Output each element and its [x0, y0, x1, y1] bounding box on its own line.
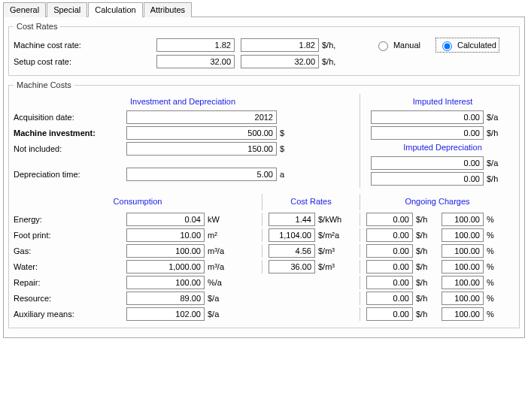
imputed-interest-h-input[interactable] [371, 126, 484, 140]
consumption-value-input[interactable] [126, 276, 205, 289]
ongoing-charge-pct-unit: % [487, 294, 496, 303]
ongoing-charge-pct-input[interactable] [442, 213, 484, 226]
cost-rate-input[interactable] [269, 244, 315, 258]
ongoing-charge-pct-unit: % [487, 215, 496, 224]
tab-calculation[interactable]: Calculation [88, 2, 142, 17]
imputed-interest-h-unit: $/h [487, 128, 514, 137]
ongoing-charge-unit: $/h [416, 246, 435, 255]
imputed-dep-h-unit: $/h [487, 174, 514, 183]
setup-cost-rate-input-1[interactable] [156, 55, 235, 68]
tab-attributes[interactable]: Attributes [144, 2, 192, 17]
cost-rate-unit: $/m³ [318, 246, 345, 255]
ongoing-charge-pct-unit: % [487, 262, 496, 271]
tab-general[interactable]: General [3, 2, 46, 17]
consumption-unit: %/a [208, 278, 235, 287]
ongoing-charges-head: Ongoing Charges [360, 197, 514, 206]
ongoing-charge-unit: $/h [416, 262, 435, 271]
cost-rates-legend: Cost Rates [14, 22, 60, 31]
tab-special[interactable]: Special [47, 2, 87, 17]
depreciation-time-input[interactable] [126, 168, 277, 181]
radio-manual-input[interactable] [378, 41, 388, 51]
ongoing-charge-pct-input[interactable] [442, 292, 484, 305]
cost-rates-head: Cost Rates [262, 197, 360, 206]
imputed-dep-a-input[interactable] [371, 156, 484, 170]
ongoing-charge-unit: $/h [416, 278, 435, 287]
radio-manual[interactable]: Manual [375, 39, 420, 51]
machine-investment-label: Machine investment: [14, 128, 126, 137]
imputed-dep-h-input[interactable] [371, 172, 484, 186]
ongoing-charge-unit: $/h [416, 294, 435, 303]
imputed-interest-head: Imputed Interest [371, 97, 514, 106]
ongoing-charge-input[interactable] [366, 244, 413, 258]
consumption-label: Energy: [14, 215, 126, 224]
imputed-dep-head: Imputed Depreciation [371, 143, 514, 152]
consumption-row: Resource:$/a$/h% [14, 292, 514, 305]
consumption-unit: m² [208, 231, 235, 240]
not-included-input[interactable] [126, 142, 277, 156]
consumption-value-input[interactable] [126, 307, 205, 321]
consumption-label: Gas: [14, 246, 126, 255]
ongoing-charge-pct-unit: % [487, 231, 496, 240]
ongoing-charge-pct-input[interactable] [442, 307, 484, 321]
ongoing-charge-input[interactable] [366, 260, 413, 273]
consumption-label: Water: [14, 262, 126, 271]
acquisition-date-input[interactable] [126, 110, 277, 124]
depreciation-time-label: Depreciation time: [14, 170, 126, 179]
consumption-label: Foot print: [14, 231, 126, 240]
consumption-value-input[interactable] [126, 260, 205, 273]
ongoing-charge-input[interactable] [366, 276, 413, 289]
cost-rate-input[interactable] [269, 260, 315, 273]
consumption-value-input[interactable] [126, 292, 205, 305]
investment-head: Investment and Depreciation [14, 97, 352, 106]
ongoing-charge-input[interactable] [366, 307, 413, 321]
ongoing-charge-input[interactable] [366, 213, 413, 226]
cost-rate-input[interactable] [269, 228, 315, 242]
machine-costs-group: Machine Costs Investment and Depreciatio… [8, 80, 520, 328]
cost-rate-unit: $/m³ [318, 262, 345, 271]
consumption-unit: $/a [208, 310, 235, 319]
radio-calculated[interactable]: Calculated [435, 38, 499, 53]
ongoing-charge-pct-input[interactable] [442, 228, 484, 242]
consumption-value-input[interactable] [126, 228, 205, 242]
ongoing-charge-pct-unit: % [487, 278, 496, 287]
ongoing-charge-pct-input[interactable] [442, 244, 484, 258]
radio-calculated-input[interactable] [442, 41, 452, 51]
consumption-label: Auxiliary means: [14, 310, 126, 319]
ongoing-charge-input[interactable] [366, 292, 413, 305]
consumption-label: Repair: [14, 278, 126, 287]
ongoing-charge-unit: $/h [416, 310, 435, 319]
consumption-unit: m³/a [208, 262, 235, 271]
machine-cost-rate-unit: $/h, [322, 41, 349, 50]
cost-rate-unit: $/kWh [318, 215, 345, 224]
tab-strip: General Special Calculation Attributes [0, 0, 528, 17]
consumption-row: Water:m³/a$/m³$/h% [14, 260, 514, 273]
machine-cost-rate-input-1[interactable] [156, 38, 235, 52]
machine-investment-unit: $ [280, 128, 307, 137]
consumption-value-input[interactable] [126, 244, 205, 258]
consumption-row: Auxiliary means:$/a$/h% [14, 307, 514, 321]
radio-manual-label: Manual [393, 41, 420, 50]
consumption-unit: $/a [208, 294, 235, 303]
not-included-unit: $ [280, 144, 307, 153]
ongoing-charge-input[interactable] [366, 228, 413, 242]
machine-cost-rate-label: Machine cost rate: [14, 41, 126, 50]
setup-cost-rate-label: Setup cost rate: [14, 57, 126, 66]
machine-cost-rate-input-2[interactable] [241, 38, 319, 52]
consumption-head: Consumption [14, 197, 262, 206]
imputed-interest-a-unit: $/a [487, 113, 514, 122]
radio-calculated-label: Calculated [457, 41, 496, 50]
setup-cost-rate-input-2[interactable] [241, 55, 319, 68]
machine-costs-legend: Machine Costs [14, 80, 74, 89]
consumption-row: Gas:m³/a$/m³$/h% [14, 244, 514, 258]
imputed-dep-a-unit: $/a [487, 159, 514, 168]
cost-rate-input[interactable] [269, 213, 315, 226]
ongoing-charge-pct-unit: % [487, 310, 496, 319]
consumption-row: Foot print:m²$/m²a$/h% [14, 228, 514, 242]
consumption-value-input[interactable] [126, 213, 205, 226]
ongoing-charge-pct-input[interactable] [442, 260, 484, 273]
imputed-interest-a-input[interactable] [371, 110, 484, 124]
depreciation-time-unit: a [280, 170, 307, 179]
ongoing-charge-pct-input[interactable] [442, 276, 484, 289]
machine-investment-input[interactable] [126, 126, 277, 140]
cost-rates-group: Cost Rates Machine cost rate: $/h, Manua… [8, 22, 520, 76]
